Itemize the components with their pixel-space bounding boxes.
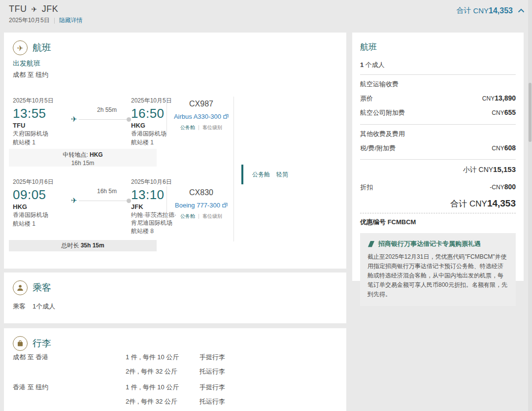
flight-info-1: CX987 Airbus A330-300 公务舱 客位级别 [166, 98, 235, 135]
other-charges-label: 其他收费及费用 [360, 130, 516, 138]
baggage-route: 香港 至 纽约 [13, 383, 126, 392]
chevron-up-icon [518, 8, 525, 13]
flight-card-title: 航班 [33, 41, 51, 54]
external-window-icon [222, 203, 228, 208]
cabin-level-link[interactable]: 客位级别 [202, 124, 222, 131]
cabin-level-link[interactable]: 客位级别 [202, 213, 222, 220]
passenger-card-title: 乘客 [33, 281, 51, 294]
aircraft-link[interactable]: Boeing 777-300 [175, 202, 228, 209]
plane-icon: ✈ [32, 5, 37, 13]
baggage-card: 行李 成都 至 香港 1 件 , 每件 10 公斤 手提行李 2件 , 每件 3… [4, 328, 346, 411]
grand-total-value: 14,353 [487, 198, 516, 208]
promo-offer-title: 招商银行万事达借记卡专属购票礼遇 [378, 240, 481, 248]
trip-header: TFU ✈ JFK 2025年10月5日 隐藏详情 [9, 4, 83, 25]
flight-card: ✈ 航班 出发航班 成都 至 纽约 2025年10月5日 13:55 TFU 天… [4, 33, 346, 269]
transit-code: HKG [90, 151, 103, 158]
baggage-row: 2件 , 每件 32 公斤 托运行李 [13, 397, 338, 411]
segment-2: 2025年10月6日 09:05 HKG 香港国际机场 航站楼 1 16h 5m… [13, 178, 178, 236]
timeline-endpoint-dot [127, 117, 131, 122]
badge-bar [241, 165, 243, 184]
arr-date: 2025年10月6日 [131, 178, 178, 186]
segment-duration: 16h 5m [71, 188, 131, 195]
summary-pax-count: 1 [360, 61, 364, 68]
scrollbar-track[interactable] [528, 0, 532, 411]
timeline-plane-icon: ✈ [71, 115, 77, 124]
header-total-value: 14,353 [489, 6, 513, 15]
divider [233, 97, 234, 241]
air-charges-label: 航空运输收费 [360, 80, 516, 89]
divider [360, 74, 516, 75]
destination-code: JFK [42, 4, 59, 14]
divider [360, 213, 516, 213]
tax-fees-link[interactable]: 税/费/附加费 [360, 144, 396, 153]
divider [199, 125, 199, 130]
baggage-row: 2件 , 每件 32 公斤 托运行李 [13, 367, 338, 381]
cabin-class-link[interactable]: 公务舱 [180, 124, 195, 131]
flight-icon: ✈ [13, 40, 28, 55]
dep-date: 2025年10月6日 [13, 178, 71, 186]
flight-number: CX987 [167, 100, 235, 108]
fare-label: 票价 [360, 94, 373, 103]
dep-airport-code: HKG [13, 203, 71, 210]
arr-terminal: 航站楼 1 [131, 138, 178, 147]
brushwing-icon [367, 240, 375, 248]
trip-route: TFU ✈ JFK [9, 4, 83, 14]
hide-details-link[interactable]: 隐藏详情 [59, 16, 83, 25]
flight-route-text: 成都 至 纽约 [13, 70, 48, 79]
discount-value: 800 [504, 183, 516, 191]
dep-date: 2025年10月5日 [13, 97, 71, 105]
aircraft-link[interactable]: Airbus A330-300 [174, 113, 229, 120]
promo-code-value: FCMBCM [388, 218, 416, 226]
external-window-icon [223, 114, 229, 119]
divider [199, 214, 199, 219]
dep-airport-name: 香港国际机场 [13, 211, 71, 219]
fare-brand-badge: 公务舱 轻简 [241, 165, 288, 184]
passenger-icon [13, 280, 28, 295]
header-total-label: 合计 [456, 6, 471, 15]
flight-number: CX830 [167, 188, 235, 197]
cabin-class-link[interactable]: 公务舱 [180, 213, 195, 220]
baggage-row: 香港 至 纽约 1 件 , 每件 10 公斤 手提行李 [13, 383, 338, 397]
dep-terminal: 航站楼 1 [13, 138, 71, 147]
summary-pax-label: 个成人 [366, 61, 385, 68]
header-total-currency: CNY [473, 6, 489, 15]
dep-time: 13:55 [13, 106, 71, 121]
divider [54, 18, 55, 24]
timeline-plane-icon: ✈ [71, 196, 77, 205]
baggage-route: 成都 至 香港 [13, 353, 126, 362]
flight-timeline: ✈ [71, 196, 131, 205]
baggage-type: 手提行李 [200, 353, 338, 362]
discount-label: 折扣 [360, 183, 373, 192]
transit-duration: 16h 15m [9, 160, 157, 167]
dep-terminal: 航站楼 1 [13, 220, 71, 228]
carrier-surcharge-link[interactable]: 航空公司附加费 [360, 108, 405, 117]
scrollbar-thumb[interactable] [529, 83, 532, 142]
promo-code-label: 优惠编号 [360, 218, 386, 226]
header-total-toggle[interactable]: 合计 CNY14,353 [416, 6, 525, 15]
dep-airport-code: TFU [13, 122, 71, 129]
baggage-row: 成都 至 香港 1 件 , 每件 10 公斤 手提行李 [13, 353, 338, 367]
baggage-type: 托运行李 [200, 397, 338, 406]
baggage-icon [13, 336, 28, 351]
subtotal-row: 小计 CNY15,153 [360, 165, 516, 174]
promo-offer-box: 招商银行万事达借记卡专属购票礼遇 截止至2025年12月31日，凭优惠代码"FC… [360, 233, 516, 306]
baggage-type: 手提行李 [200, 383, 338, 392]
passenger-count: 1个成人 [33, 303, 55, 310]
baggage-type: 托运行李 [200, 367, 338, 376]
baggage-allowance: 1 件 , 每件 10 公斤 [126, 353, 200, 362]
baggage-card-title: 行李 [33, 337, 51, 350]
timeline-endpoint-dot [127, 199, 131, 203]
tax-value: 608 [504, 144, 516, 152]
segment-1: 2025年10月5日 13:55 TFU 天府国际机场 航站楼 1 2h 55m… [13, 97, 178, 147]
divider [360, 124, 516, 125]
badge-brand: 轻简 [276, 171, 288, 179]
dep-time: 09:05 [13, 187, 71, 203]
baggage-allowance: 1 件 , 每件 10 公斤 [126, 383, 200, 392]
summary-title: 航班 [360, 41, 516, 53]
subtotal-value: 15,153 [493, 165, 516, 173]
segment-duration: 2h 55m [71, 106, 131, 113]
price-summary-card: 航班 1 个成人 航空运输收费 票价 CNY13,890 航空公司附加费 CNY… [352, 33, 524, 281]
dep-airport-name: 天府国际机场 [13, 130, 71, 138]
baggage-allowance: 2件 , 每件 32 公斤 [126, 397, 200, 406]
departure-flight-label: 出发航班 [13, 59, 40, 68]
